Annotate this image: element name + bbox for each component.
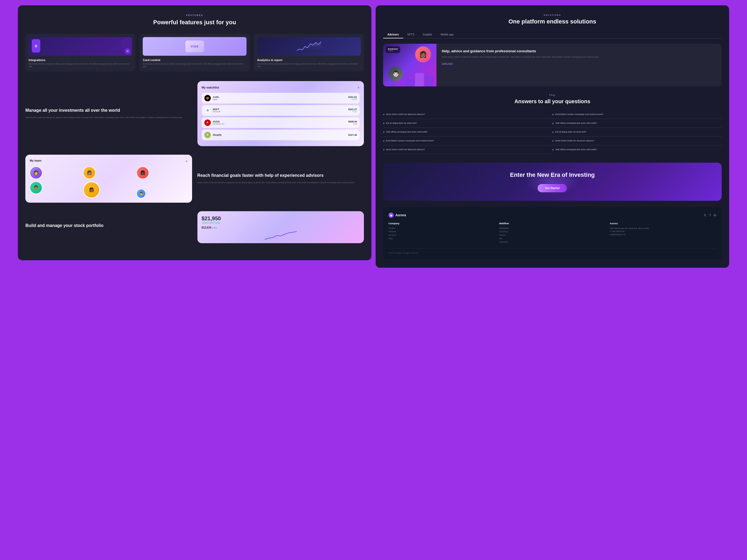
- address-text: 2972 Westheimer Rd. Santa Ana, Illinois …: [610, 228, 649, 229]
- footer-link-password[interactable]: Password: [499, 241, 606, 243]
- portfolio-section: Build and manage your stock portfolio $2…: [25, 211, 364, 243]
- advisor-card: Breakdown Weekly 👩🏾 👨🏻 Help, advice and …: [383, 44, 722, 86]
- aapl-icon: 🍎: [204, 95, 211, 101]
- feature-card-desc: Amet minim molit non deserunt ullamco es…: [143, 63, 246, 68]
- integrations-icon-area: ⊕ ✿: [29, 37, 132, 56]
- footer-link-features[interactable]: Features: [388, 231, 495, 233]
- faq-text-3: Velit officia consequat duis enim velit …: [555, 122, 597, 125]
- bar-1: [386, 81, 394, 86]
- team-avatar-3: 👩🏿: [136, 166, 149, 179]
- faq-text-7: Amet minim mollit non deserunt ullamco?: [555, 139, 594, 142]
- aapl-price: $191.81: [348, 96, 357, 99]
- faq-text-8: Amet minim mollit non deserunt ullamco?: [386, 148, 425, 151]
- facebook-icon[interactable]: f: [710, 213, 711, 217]
- feature-analytics: Analytics & report Amet minim molit non …: [254, 34, 364, 72]
- right-panel: SOLUTIONS One platform endless solutions…: [376, 5, 729, 268]
- faq-chevron-2: ▾: [383, 122, 384, 125]
- faq-item-2[interactable]: ▾ Est sit aliqua dolor do amet sint?: [383, 119, 552, 128]
- team-avatars: 👩 👩🏽 👩🏿 👨🏽 👩🏾 👨: [30, 166, 187, 198]
- faq-item-3[interactable]: ▾ Velit officia consequat duis enim veli…: [552, 119, 721, 128]
- linkedin-icon[interactable]: in: [714, 213, 716, 217]
- footer-link-search[interactable]: Search: [499, 234, 606, 236]
- shop-price-area: $127.45: [348, 134, 357, 136]
- team-section: My team + 👩 👩🏽 👩🏿 👨🏽 👩🏾 👨 Reach financia…: [25, 155, 364, 203]
- faq-item-7[interactable]: ▾ Amet minim mollit non deserunt ullamco…: [552, 136, 721, 145]
- team-body: Amet minim molit non deserunt ullamco es…: [198, 181, 364, 185]
- portfolio-chart: [202, 230, 360, 241]
- left-panel: FEATURES Powerful features just for you …: [18, 5, 371, 260]
- avgo-price: $848.00: [348, 120, 357, 123]
- manage-heading: Manage all your investments all over the…: [25, 107, 192, 113]
- stock-aapl[interactable]: 🍎 AAPL Apple $191.81 +10.68: [202, 93, 360, 104]
- faq-text-0: Amet minim mollit non deserunt ullamco?: [386, 113, 425, 116]
- faq-chevron-0: ▾: [383, 113, 384, 116]
- tab-insights[interactable]: Insights: [419, 31, 436, 38]
- social-icons: 𝕏 f in: [704, 213, 716, 217]
- avgo-ticker: AVGO: [213, 120, 346, 123]
- stock-price-display: $12,634 0.8%: [202, 226, 360, 229]
- portfolio-card: $21,950 +$6502.09% Today $12,634 0.8%: [198, 211, 364, 243]
- team-avatar-6: 👨: [136, 189, 146, 198]
- faq-label: FAQ: [383, 94, 722, 96]
- breakdown-label: Breakdown: [388, 48, 398, 50]
- twitter-icon[interactable]: 𝕏: [704, 213, 706, 217]
- feature-integrations-name: Integrations: [29, 58, 132, 61]
- advisor-info: Help, advice and guidance from professio…: [436, 44, 722, 86]
- faq-section: FAQ Answers to all your questions ▾ Amet…: [383, 94, 722, 154]
- footer-link-styleguide[interactable]: Styleguide: [499, 227, 606, 229]
- analytics-chart-svg: [257, 40, 361, 53]
- aurora-logo-icon: ◉: [388, 213, 394, 218]
- msft-fullname: Microsoft: [213, 111, 346, 112]
- advisor-avatar-bottom: 👨🏻: [388, 66, 403, 81]
- faq-chevron-4: ▾: [383, 131, 384, 134]
- learn-more-link[interactable]: Learn more: [442, 62, 716, 64]
- breakdown-badge: Breakdown Weekly: [386, 46, 400, 53]
- features-label: FEATURES: [25, 14, 364, 17]
- tab-nfts[interactable]: NFTS: [403, 31, 419, 38]
- faq-item-9[interactable]: ▾ Velit officia consequat duis enim veli…: [552, 145, 721, 154]
- faq-chevron-1: ▾: [552, 113, 553, 116]
- aapl-fullname: Apple: [213, 99, 346, 100]
- features-grid: ⊕ ✿ Integrations Amet minim molit non de…: [25, 34, 364, 72]
- footer-link-faq[interactable]: FAQ: [388, 237, 495, 240]
- tab-mobile-app[interactable]: Mobile app: [436, 31, 458, 38]
- avgo-name-area: AVGO Broadcom Inc.: [213, 120, 346, 125]
- footer-top: ◉ Aurora 𝕏 f in: [388, 213, 716, 218]
- stock-avgo[interactable]: A AVGO Broadcom Inc. $848.00 -3.08: [202, 117, 360, 128]
- team-avatar-1: 👩: [30, 166, 43, 179]
- faq-chevron-6: ▾: [383, 139, 384, 142]
- faq-item-8[interactable]: ▾ Amet minim mollit non deserunt ullamco…: [383, 145, 552, 154]
- bar-3: [406, 79, 414, 86]
- msft-icon: ⊞: [204, 107, 211, 114]
- tab-advisors[interactable]: Advisors: [383, 31, 403, 38]
- stock-msft[interactable]: ⊞ MSFT Microsoft $341.27 +3.12: [202, 105, 360, 116]
- watchlist-add-btn[interactable]: +: [358, 85, 360, 89]
- team-add-btn[interactable]: +: [185, 159, 187, 163]
- team-title: My team: [30, 159, 41, 163]
- faq-text-5: Est sit aliqua dolor do amet sint?: [555, 130, 586, 133]
- footer-link-licensing[interactable]: Licensing: [499, 231, 606, 233]
- avgo-price-area: $848.00 -3.08: [348, 120, 357, 125]
- faq-item-1[interactable]: ▾ Exercitation veniam consequat sunt nos…: [552, 110, 721, 119]
- features-section: FEATURES Powerful features just for you …: [25, 14, 364, 72]
- feature-analytics-desc: Amet minim molit non deserunt ullamco es…: [257, 63, 361, 68]
- footer-aurora-col: Aurora 2972 Westheimer Rd. Santa Ana, Il…: [610, 222, 716, 244]
- team-avatar-2: 👩🏽: [83, 166, 96, 179]
- footer-link-services[interactable]: Services: [388, 234, 495, 236]
- feature-card-name: Card control: [143, 58, 246, 61]
- get-started-button[interactable]: Get Started: [538, 184, 567, 192]
- faq-item-5[interactable]: ▾ Est sit aliqua dolor do amet sint?: [552, 128, 721, 136]
- aapl-ticker: AAPL: [213, 96, 346, 99]
- faq-item-4[interactable]: ▾ Velit officia consequat duis enim veli…: [383, 128, 552, 136]
- faq-item-0[interactable]: ▾ Amet minim mollit non deserunt ullamco…: [383, 110, 552, 119]
- footer-link-product[interactable]: Product: [388, 227, 495, 229]
- faq-chevron-8: ▾: [383, 148, 384, 151]
- footer-webflow-col: Webflow Styleguide Licensing Search 404 …: [499, 222, 606, 244]
- advisor-heading: Help, advice and guidance from professio…: [442, 49, 716, 54]
- footer-link-404[interactable]: 404: [499, 237, 606, 240]
- faq-item-6[interactable]: ▾ Exercitation veniam consequat sunt nos…: [383, 136, 552, 145]
- portfolio-amount: $21,950: [202, 215, 360, 221]
- watchlist-card: My watchlist + 🍎 AAPL Apple $191.81 +10.…: [198, 81, 364, 146]
- footer-company-title: Company: [388, 222, 495, 225]
- stock-shop[interactable]: S Shopify $127.45: [202, 130, 360, 140]
